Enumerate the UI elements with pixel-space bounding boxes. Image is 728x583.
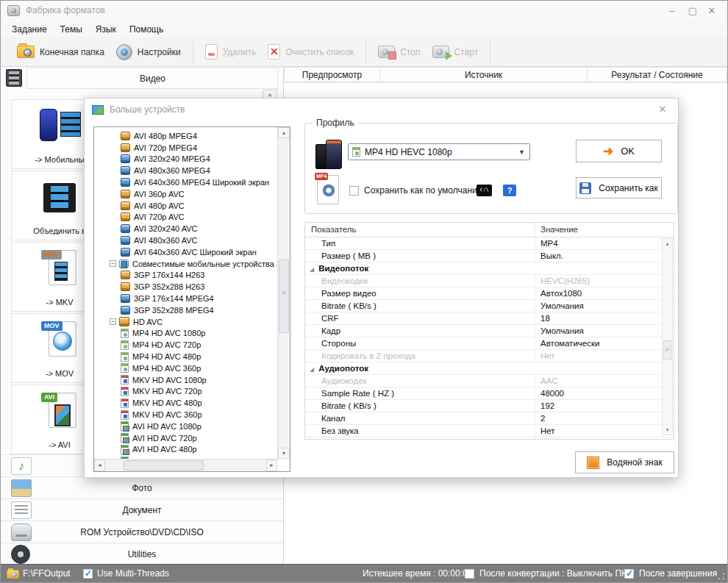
output-path[interactable]: F:\FFOutput xyxy=(23,568,71,579)
tree-item[interactable]: AVI 480x360 MPEG4 xyxy=(94,165,277,176)
tree-item[interactable]: 3GP 176x144 H263 xyxy=(94,270,277,282)
film-blue-icon xyxy=(121,154,130,163)
property-row[interactable]: Размер видеоАвтох1080 xyxy=(305,287,674,300)
tree-item[interactable]: AVI 720p MPEG4 xyxy=(94,142,277,154)
property-row[interactable]: Кодировать в 2 проходаНет xyxy=(305,350,674,362)
property-row[interactable]: CRF18 xyxy=(305,312,674,325)
ok-button[interactable]: ➜ OK xyxy=(576,140,662,162)
tree-item-label: MP4 HD AVC 480p xyxy=(132,352,201,361)
dialog-close-icon[interactable]: ✕ xyxy=(656,103,669,116)
property-row[interactable]: Bitrate ( KB/s )192 xyxy=(305,400,674,412)
tree-vertical-scrollbar[interactable]: ▲ ≡ ▼ xyxy=(277,127,290,459)
property-row[interactable]: АудиокодекAAC xyxy=(305,375,674,387)
sidebar-section-rom[interactable]: ROM Устройство\DVD\CD\ISO xyxy=(1,521,283,543)
tree-item[interactable]: AVI 480p AVC xyxy=(94,200,277,212)
table-vertical-scrollbar[interactable]: ▲ ≡ ▼ xyxy=(662,238,673,435)
scroll-left-icon[interactable]: ◄ xyxy=(94,459,105,471)
sidebar-section-utilities[interactable]: Utilities xyxy=(1,543,283,565)
settings-button[interactable]: Настройки xyxy=(110,41,187,63)
tree-item[interactable]: AVI 640x360 MPEG4 Широкий экран xyxy=(94,176,277,188)
property-row[interactable]: ТипMP4 xyxy=(305,237,674,250)
tree-item[interactable]: MKV HD AVC 1080p xyxy=(94,374,277,386)
property-row[interactable]: Размер ( MB )Выкл. xyxy=(305,250,674,262)
tree-item[interactable]: 3GP 176x144 MPEG4 xyxy=(94,293,277,304)
property-row[interactable]: ВидеокодекHEVC(H265) xyxy=(305,275,674,287)
tree-item[interactable]: AVI 480x360 AVC xyxy=(94,235,277,246)
column-source[interactable]: Источник xyxy=(380,67,588,82)
output-folder-icon[interactable] xyxy=(7,570,19,579)
property-row[interactable]: СтороныАвтоматически xyxy=(305,337,674,350)
tree-group-item[interactable]: −Совместимые мобильные устройства 3G xyxy=(94,258,277,270)
sidebar-section-photo[interactable]: Фото xyxy=(1,476,283,498)
tree-horizontal-scrollbar[interactable]: ◄ ► xyxy=(94,459,277,471)
resize-grip-icon[interactable] xyxy=(718,573,725,580)
tree-item[interactable]: AVI 640x360 AVC Широкий экран xyxy=(94,246,277,258)
tree-item[interactable]: MP4 HD AVC 1080p xyxy=(94,328,277,340)
tree-item[interactable]: MP4 HD AVC 480p xyxy=(94,351,277,362)
tree-group-item[interactable]: −HD AVC xyxy=(94,316,277,328)
tree-item[interactable]: MKV HD AVC 480p xyxy=(94,397,277,409)
watermark-button[interactable]: Водяной знак xyxy=(575,451,674,473)
scroll-up-icon[interactable]: ▲ xyxy=(663,239,672,248)
tree-item[interactable]: AVI HD AVC 720p xyxy=(94,432,277,444)
save-default-checkbox[interactable] xyxy=(349,186,359,196)
scrollbar-thumb[interactable] xyxy=(124,460,204,471)
save-default-label[interactable]: Сохранить как по умолчанию xyxy=(364,185,484,196)
property-row[interactable]: Bitrate ( KB/s )Умолчания xyxy=(305,300,674,312)
property-row[interactable]: Без звукаНет xyxy=(305,425,674,437)
tree-item[interactable]: AVI 720p AVC xyxy=(94,212,277,223)
tree-item[interactable]: AVI 320x240 AVC xyxy=(94,223,277,235)
menu-item[interactable]: Задание xyxy=(5,23,54,36)
tree-item[interactable]: AVI 320x240 MPEG4 xyxy=(94,154,277,165)
tree-item[interactable]: AVI 360p AVC xyxy=(94,188,277,200)
shutdown-checkbox[interactable] xyxy=(465,569,474,579)
tree-item[interactable]: AVI HD AVC 480p xyxy=(94,444,277,456)
output-folder-button[interactable]: Конечная папка xyxy=(11,43,110,61)
scroll-right-icon[interactable]: ► xyxy=(266,459,277,471)
tree-item[interactable]: MKV HD AVC 360p xyxy=(94,409,277,421)
menu-item[interactable]: Темы xyxy=(54,23,89,36)
tree-item[interactable]: MKV HD AVC 720p xyxy=(94,386,277,398)
column-parameter[interactable]: Показатель xyxy=(305,223,535,237)
collapse-triangle-icon[interactable]: ◢ xyxy=(310,266,314,273)
property-group-row[interactable]: ◢Видеопоток xyxy=(305,262,674,275)
after-done-checkbox[interactable] xyxy=(624,569,634,579)
close-button[interactable]: ✕ xyxy=(702,4,721,18)
commandline-icon[interactable]: c:\ xyxy=(477,185,492,196)
collapse-triangle-icon[interactable]: ◢ xyxy=(310,366,314,373)
help-icon[interactable]: ? xyxy=(503,185,516,196)
menu-item[interactable]: Помощь xyxy=(123,23,170,36)
scrollbar-thumb[interactable]: ≡ xyxy=(279,260,289,332)
column-preview[interactable]: Предпросмотр xyxy=(284,67,380,82)
multi-threads-label[interactable]: Use Multi-Threads xyxy=(97,568,169,579)
sidebar-section-document[interactable]: Документ xyxy=(1,498,283,521)
preset-dropdown[interactable]: MP4 HD HEVC 1080p ▼ xyxy=(348,143,530,160)
scroll-down-icon[interactable]: ▼ xyxy=(663,425,672,434)
minimize-button[interactable]: – xyxy=(663,4,682,18)
scroll-up-icon[interactable]: ▲ xyxy=(278,127,290,138)
after-done-label[interactable]: После завершения xyxy=(639,568,717,579)
tree-item[interactable]: AVI 480p MPEG4 xyxy=(94,130,277,142)
tree-item[interactable]: 3GP 352x288 H263 xyxy=(94,281,277,293)
collapse-toggle-icon[interactable]: − xyxy=(110,318,116,325)
video-section-header[interactable]: Видео xyxy=(1,68,283,89)
save-as-button[interactable]: Сохранить как xyxy=(576,177,662,198)
property-row[interactable]: Канал2 xyxy=(305,412,674,425)
tree-item[interactable]: MP4 HD AVC 720p xyxy=(94,339,277,351)
shutdown-label[interactable]: После конвертации : Выключить ПК xyxy=(479,568,627,579)
menu-item[interactable]: Язык xyxy=(89,23,123,36)
scrollbar-thumb[interactable]: ≡ xyxy=(663,340,671,360)
property-row[interactable]: КадрУмолчания xyxy=(305,325,674,337)
tree-item[interactable]: AVI HD AVC 1080p xyxy=(94,421,277,432)
column-value[interactable]: Значение xyxy=(535,223,674,237)
column-result[interactable]: Результат / Состояние xyxy=(588,67,727,82)
property-row[interactable]: Sample Rate ( HZ )48000 xyxy=(305,387,674,400)
collapse-toggle-icon[interactable]: − xyxy=(110,260,116,267)
scroll-down-icon[interactable]: ▼ xyxy=(278,448,290,459)
tree-item[interactable]: 3GP 352x288 MPEG4 xyxy=(94,304,277,316)
property-group-row[interactable]: ◢Аудиопоток xyxy=(305,362,674,375)
property-row[interactable]: Громкость100% xyxy=(305,437,674,440)
multi-threads-checkbox[interactable] xyxy=(83,569,93,579)
maximize-button[interactable]: ▢ xyxy=(683,4,702,18)
tree-item[interactable]: MP4 HD AVC 360p xyxy=(94,362,277,374)
